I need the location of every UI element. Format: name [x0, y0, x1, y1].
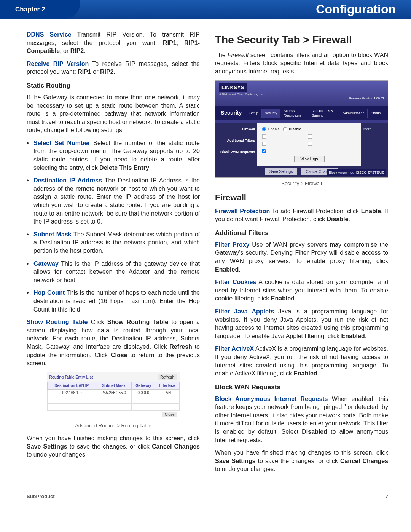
refresh-button[interactable]: Refresh [158, 374, 177, 381]
tab-applications[interactable]: Applications & Gaming [308, 106, 339, 120]
list-item: Destination IP Address The Destination I… [33, 176, 200, 226]
check-filter-cookies[interactable]: Filter Cookies [307, 134, 350, 139]
close-button[interactable]: Close [162, 412, 177, 417]
check-filter-java[interactable]: Filter Java Applets [262, 141, 304, 146]
filter-cookies-paragraph: Filter Cookies A cookie is data stored o… [215, 278, 388, 303]
list-item: Select Set Number Select the number of t… [33, 139, 200, 172]
footer-left: SubProduct [27, 493, 55, 500]
list-item: Hop Count This is the number of hops to … [33, 289, 200, 313]
check-filter-proxy[interactable]: Filter Proxy [262, 134, 304, 139]
ddns-paragraph: DDNS Service Transmit RIP Version. To tr… [27, 30, 200, 55]
tab-status[interactable]: Status [368, 109, 384, 118]
col-header: Subnet Mask [96, 382, 131, 390]
routing-table-caption: Advanced Routing > Routing Table [27, 422, 200, 429]
check-filter-activex[interactable]: Filter ActiveX [307, 141, 350, 146]
side-label-block-wan: Block WAN Requests [218, 150, 255, 154]
routing-table-title: Routing Table Entry List [49, 375, 93, 380]
term-receive-rip: Receive RIP Version [27, 61, 89, 67]
block-anonymous-paragraph: Block Anonymous Internet Requests When e… [215, 395, 388, 444]
filter-activex-paragraph: Filter ActiveX ActiveX is a programming … [215, 345, 388, 377]
static-route-list: Select Set Number Select the number of t… [27, 139, 200, 313]
show-routing-table-paragraph: Show Routing Table Click Show Routing Ta… [27, 318, 200, 367]
tab-access-restrictions[interactable]: Access Restrictions [280, 106, 308, 120]
page-body: DDNS Service Transmit RIP Version. To tr… [0, 30, 411, 486]
firmware-version: Firmware Version: 1.00.03 [219, 97, 384, 101]
page-header: Chapter 2 Configuration [0, 0, 411, 19]
finish-paragraph: When you have finished making changes to… [27, 434, 200, 459]
firewall-protection-paragraph: Firewall Protection To add Firewall Prot… [215, 207, 388, 224]
table-row: 192.168.1.0 255.255.255.0 0.0.0.0 LAN [47, 389, 179, 396]
save-settings-button[interactable]: Save Settings [265, 168, 298, 175]
tab-security[interactable]: Security [262, 109, 281, 118]
tab-setup[interactable]: Setup [246, 109, 262, 118]
finish-paragraph-right: When you have finished making changes to… [215, 449, 388, 473]
block-wan-heading: Block WAN Requests [215, 383, 388, 392]
logo-subtitle: A Division of Cisco Systems, Inc. [219, 93, 384, 97]
more-link[interactable]: More... [363, 127, 386, 131]
col-header: Gateway [132, 382, 155, 390]
firewall-intro: The Firewall screen contains filters and… [215, 51, 388, 76]
page-title: Configuration [68, 0, 411, 19]
receive-rip-paragraph: Receive RIP Version To receive RIP messa… [27, 60, 200, 76]
col-header: Destination LAN IP [47, 382, 96, 390]
check-block-anonymous[interactable]: Block Anonymous Internet Requests [262, 149, 357, 153]
linksys-logo: LINKSYS [219, 83, 247, 92]
cisco-logo: CISCO SYSTEMS [354, 169, 386, 176]
side-label-firewall: Firewall [218, 127, 255, 131]
table-row [47, 403, 179, 411]
radio-enable[interactable]: Enable [262, 127, 280, 132]
routing-table: Destination LAN IP Subnet Mask Gateway I… [47, 382, 180, 411]
main-nav: Security Setup Security Access Restricti… [215, 106, 388, 120]
routing-table-figure: Routing Table Entry List Refresh Destina… [47, 372, 180, 420]
view-logs-button[interactable]: View Logs [294, 156, 325, 162]
additional-filters-heading: Additional Filters [215, 229, 388, 238]
left-column: DDNS Service Transmit RIP Version. To tr… [27, 30, 200, 478]
side-label-additional-filters: Additional Filters [218, 138, 255, 143]
footer-right: 7 [386, 493, 388, 500]
list-item: Subnet Mask The Subnet Mask determines w… [33, 230, 200, 255]
right-column: The Security Tab > Firewall The Firewall… [215, 30, 388, 478]
tab-administration[interactable]: Administration [339, 109, 368, 118]
security-caption: Security > Firewall [215, 180, 388, 187]
term-ddns: DDNS Service [27, 31, 72, 38]
section-heading: The Security Tab > Firewall [215, 33, 388, 47]
static-routing-heading: Static Routing [27, 81, 200, 90]
table-row [47, 396, 179, 404]
filter-proxy-paragraph: Filter Proxy Use of WAN proxy servers ma… [215, 241, 388, 273]
chapter-label: Chapter 2 [0, 0, 80, 19]
firewall-heading: Firewall [215, 192, 388, 203]
security-figure: LINKSYS A Division of Cisco Systems, Inc… [215, 80, 388, 178]
filter-java-paragraph: Filter Java Applets Java is a programmin… [215, 307, 388, 340]
static-routing-paragraph: If the Gateway is connected to more than… [27, 93, 200, 134]
radio-disable[interactable]: Disable [283, 127, 301, 132]
col-header: Interface [155, 382, 179, 390]
security-label: Security [219, 106, 246, 120]
list-item: Gateway This is the IP address of the ga… [33, 260, 200, 284]
page-footer: SubProduct 7 [0, 486, 411, 511]
